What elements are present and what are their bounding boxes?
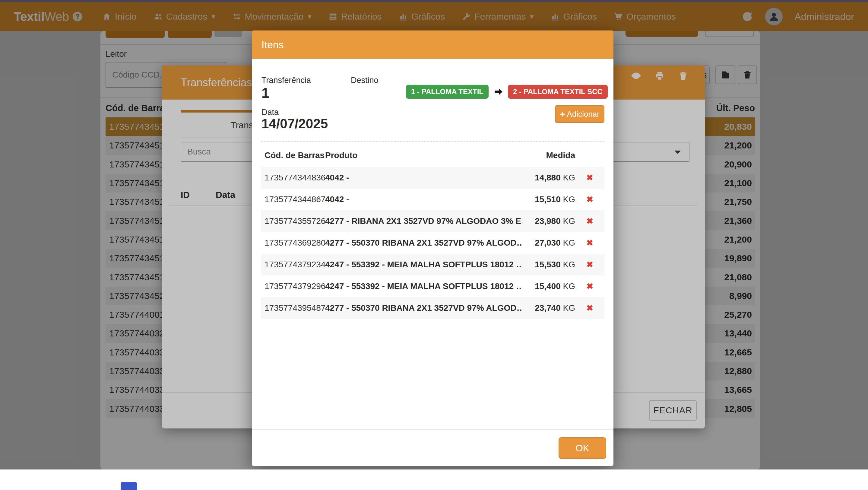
- transferencia-label: Transferência: [261, 76, 311, 85]
- item-barcode: 1735774395487: [261, 303, 325, 313]
- item-produto: 4277 - 550370 RIBANA 2X1 3527VD 97% ALGO…: [325, 238, 522, 248]
- remove-item-icon[interactable]: ✖: [575, 238, 604, 248]
- divider: [252, 429, 614, 430]
- item-row: 17357743954874277 - 550370 RIBANA 2X1 35…: [261, 297, 604, 319]
- ok-button[interactable]: OK: [559, 437, 606, 459]
- column-header-produto: Produto: [325, 151, 522, 160]
- item-medida: 15,400 KG: [522, 281, 575, 291]
- items-modal: Itens Transferência Destino 1 1 - PALLOM…: [252, 30, 614, 466]
- transferencia-value: 1: [261, 85, 269, 101]
- remove-item-icon[interactable]: ✖: [575, 194, 604, 204]
- item-row: 17357743692804277 - 550370 RIBANA 2X1 35…: [261, 232, 604, 254]
- remove-item-icon[interactable]: ✖: [575, 216, 604, 226]
- divider: [261, 166, 604, 166]
- destino-label: Destino: [351, 76, 378, 85]
- item-barcode: 1735774379234: [261, 260, 325, 270]
- item-produto: 4277 - RIBANA 2X1 3527VD 97% ALGODAO 3% …: [325, 216, 522, 226]
- item-produto: 4042 -: [325, 194, 522, 204]
- remove-item-icon[interactable]: ✖: [575, 260, 604, 270]
- item-barcode: 1735774379296: [261, 281, 325, 291]
- dashed-divider: [261, 141, 604, 142]
- item-barcode: 1735774344867: [261, 194, 325, 204]
- plus-icon: +: [560, 109, 565, 119]
- item-row: 17357743792964247 - 553392 - MEIA MALHA …: [261, 275, 604, 297]
- item-produto: 4042 -: [325, 173, 522, 183]
- remove-item-icon[interactable]: ✖: [575, 281, 604, 291]
- items-modal-title: Itens: [261, 39, 284, 51]
- item-medida: 15,510 KG: [522, 194, 575, 204]
- destination-badges: 1 - PALLOMA TEXTIL 2 - PALLOMA TEXTIL SC…: [406, 85, 608, 99]
- data-value: 14/07/2025: [261, 116, 328, 131]
- remove-item-icon[interactable]: ✖: [575, 303, 604, 313]
- remove-item-icon[interactable]: ✖: [575, 173, 604, 183]
- adicionar-label: Adicionar: [567, 110, 599, 119]
- item-medida: 23,980 KG: [522, 216, 575, 226]
- item-row: 17357743557264277 - RIBANA 2X1 3527VD 97…: [261, 210, 604, 232]
- items-table: 17357743448364042 -14,880 KG✖17357743448…: [261, 167, 604, 319]
- column-header-medida: Medida: [522, 151, 575, 160]
- destination-badge: 2 - PALLOMA TEXTIL SCC: [508, 85, 608, 99]
- item-barcode: 1735774369280: [261, 238, 325, 248]
- adicionar-button[interactable]: + Adicionar: [555, 105, 604, 123]
- item-row: 17357743448674042 -15,510 KG✖: [261, 189, 604, 210]
- origin-badge: 1 - PALLOMA TEXTIL: [406, 85, 489, 99]
- arrow-right-icon: [493, 86, 504, 97]
- items-modal-header: Itens: [252, 30, 614, 59]
- data-label: Data: [261, 108, 279, 117]
- item-medida: 23,740 KG: [522, 303, 575, 313]
- item-barcode: 1735774344836: [261, 173, 325, 183]
- item-produto: 4247 - 553392 - MEIA MALHA SOFTPLUS 1801…: [325, 281, 522, 291]
- item-medida: 14,880 KG: [522, 173, 575, 183]
- item-barcode: 1735774355726: [261, 216, 325, 226]
- items-table-header: Cód. de Barras Produto Medida: [261, 151, 604, 160]
- item-produto: 4277 - 550370 RIBANA 2X1 3527VD 97% ALGO…: [325, 303, 522, 313]
- item-row: 17357743792344247 - 553392 - MEIA MALHA …: [261, 254, 604, 275]
- column-header-barcode: Cód. de Barras: [261, 151, 325, 160]
- item-medida: 27,030 KG: [522, 238, 575, 248]
- item-medida: 15,530 KG: [522, 260, 575, 270]
- item-produto: 4247 - 553392 - MEIA MALHA SOFTPLUS 1801…: [325, 260, 522, 270]
- item-row: 17357743448364042 -14,880 KG✖: [261, 167, 604, 189]
- partial-blue-button[interactable]: [121, 482, 137, 490]
